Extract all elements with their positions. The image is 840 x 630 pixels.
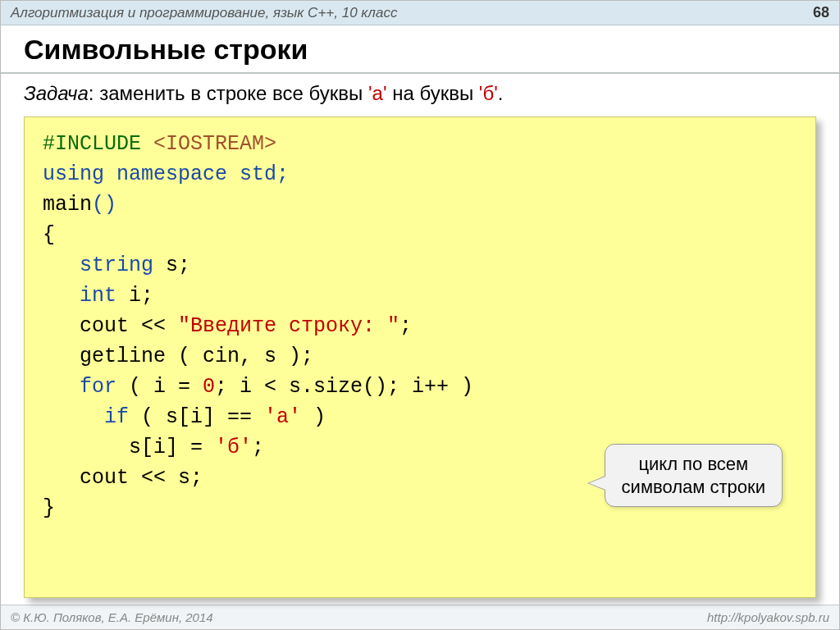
code-cout1: cout << [43,314,178,338]
page-title: Символьные строки [1,25,839,71]
course-label: Алгоритмизация и программирование, язык … [11,5,397,21]
code-int: int [43,284,129,308]
footer-left: © К.Ю. Поляков, Е.А. Ерёмин, 2014 [11,610,213,624]
code-assign: s[i] = [43,436,215,459]
code-main: main [43,193,92,217]
code-if: if [43,405,129,429]
code-include: #INCLUDE [43,132,153,156]
code-getline: getline ( cin, s ); [43,345,313,368]
code-semi1: ; [399,314,412,338]
task-char-b: 'б' [479,82,498,104]
code-cout2: cout << s; [43,466,203,490]
footer-right: http://kpolyakov.spb.ru [707,610,829,624]
page-number: 68 [813,4,829,21]
task-label: Задача [24,82,89,104]
task-middle: на буквы [387,82,479,104]
footer: © К.Ю. Поляков, Е.А. Ерёмин, 2014 http:/… [1,605,839,629]
code-strlit: "Введите строку: " [178,314,399,338]
code-using: using namespace std; [43,162,289,186]
code-box: #INCLUDE <IOSTREAM> using namespace std;… [24,116,816,598]
code-for-head1: ( i = [116,375,203,399]
task-after: . [498,82,504,104]
task-char-a: 'а' [368,82,387,104]
code-semi2: ; [252,436,264,459]
code-string: string [43,253,153,277]
task-before: : заменить в строке все буквы [89,82,368,104]
code-if-head: ( s[i] == [129,405,264,429]
code-if-close: ) [301,405,326,429]
task-text: Задача: заменить в строке все буквы 'а' … [1,74,839,116]
callout-line-1: цикл по всем [638,454,748,474]
code-chr-a: 'а' [264,405,301,429]
callout: цикл по всем символам строки [605,444,783,507]
callout-line-2: символам строки [622,477,765,497]
code-iostream: <IOSTREAM> [153,132,276,156]
code-zero: 0 [203,375,215,399]
topbar: Алгоритмизация и программирование, язык … [1,1,839,25]
slide: Алгоритмизация и программирование, язык … [0,0,840,630]
code-brace-open: { [43,223,55,247]
code-brace-close: } [43,496,55,520]
code-sdecl: s; [153,253,190,277]
code-main-paren: () [92,193,116,217]
code-for: for [43,375,116,399]
code-for-head2: ; i < s.size(); i++ ) [215,375,473,399]
code-chr-b: 'б' [215,436,252,459]
code-idecl: i; [129,284,153,308]
